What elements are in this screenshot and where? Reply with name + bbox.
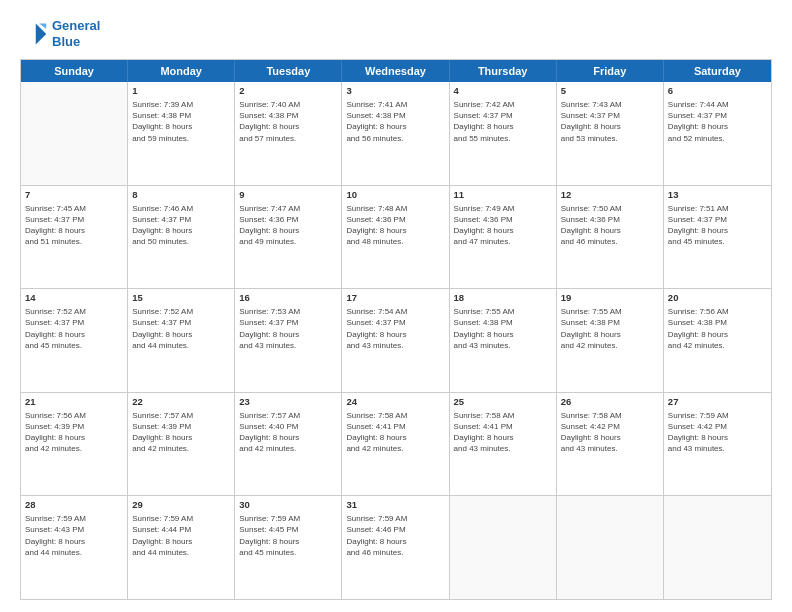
cell-info: Sunrise: 7:59 AMSunset: 4:42 PMDaylight:… [668, 410, 767, 455]
cell-info: Sunrise: 7:57 AMSunset: 4:40 PMDaylight:… [239, 410, 337, 455]
calendar-week: 28Sunrise: 7:59 AMSunset: 4:43 PMDayligh… [21, 496, 771, 599]
cell-info: Sunrise: 7:53 AMSunset: 4:37 PMDaylight:… [239, 306, 337, 351]
cell-info: Sunrise: 7:52 AMSunset: 4:37 PMDaylight:… [25, 306, 123, 351]
day-number: 19 [561, 292, 659, 305]
calendar-cell: 4Sunrise: 7:42 AMSunset: 4:37 PMDaylight… [450, 82, 557, 185]
calendar-cell [664, 496, 771, 599]
calendar-cell: 13Sunrise: 7:51 AMSunset: 4:37 PMDayligh… [664, 186, 771, 289]
day-number: 12 [561, 189, 659, 202]
calendar: SundayMondayTuesdayWednesdayThursdayFrid… [20, 59, 772, 600]
cell-info: Sunrise: 7:44 AMSunset: 4:37 PMDaylight:… [668, 99, 767, 144]
cell-info: Sunrise: 7:52 AMSunset: 4:37 PMDaylight:… [132, 306, 230, 351]
calendar-cell: 20Sunrise: 7:56 AMSunset: 4:38 PMDayligh… [664, 289, 771, 392]
cell-info: Sunrise: 7:57 AMSunset: 4:39 PMDaylight:… [132, 410, 230, 455]
day-number: 20 [668, 292, 767, 305]
calendar-cell: 18Sunrise: 7:55 AMSunset: 4:38 PMDayligh… [450, 289, 557, 392]
calendar-header-cell: Monday [128, 60, 235, 82]
calendar-cell: 21Sunrise: 7:56 AMSunset: 4:39 PMDayligh… [21, 393, 128, 496]
calendar-week: 1Sunrise: 7:39 AMSunset: 4:38 PMDaylight… [21, 82, 771, 186]
cell-info: Sunrise: 7:59 AMSunset: 4:45 PMDaylight:… [239, 513, 337, 558]
cell-info: Sunrise: 7:43 AMSunset: 4:37 PMDaylight:… [561, 99, 659, 144]
day-number: 18 [454, 292, 552, 305]
day-number: 7 [25, 189, 123, 202]
calendar-cell [557, 496, 664, 599]
cell-info: Sunrise: 7:50 AMSunset: 4:36 PMDaylight:… [561, 203, 659, 248]
logo-icon [20, 20, 48, 48]
calendar-header-cell: Saturday [664, 60, 771, 82]
calendar-cell [450, 496, 557, 599]
calendar-cell: 22Sunrise: 7:57 AMSunset: 4:39 PMDayligh… [128, 393, 235, 496]
day-number: 23 [239, 396, 337, 409]
day-number: 17 [346, 292, 444, 305]
calendar-cell: 12Sunrise: 7:50 AMSunset: 4:36 PMDayligh… [557, 186, 664, 289]
calendar-cell: 26Sunrise: 7:58 AMSunset: 4:42 PMDayligh… [557, 393, 664, 496]
day-number: 26 [561, 396, 659, 409]
day-number: 2 [239, 85, 337, 98]
calendar-cell: 3Sunrise: 7:41 AMSunset: 4:38 PMDaylight… [342, 82, 449, 185]
cell-info: Sunrise: 7:45 AMSunset: 4:37 PMDaylight:… [25, 203, 123, 248]
calendar-cell: 17Sunrise: 7:54 AMSunset: 4:37 PMDayligh… [342, 289, 449, 392]
calendar-cell: 23Sunrise: 7:57 AMSunset: 4:40 PMDayligh… [235, 393, 342, 496]
calendar-cell: 25Sunrise: 7:58 AMSunset: 4:41 PMDayligh… [450, 393, 557, 496]
cell-info: Sunrise: 7:59 AMSunset: 4:46 PMDaylight:… [346, 513, 444, 558]
calendar-cell: 29Sunrise: 7:59 AMSunset: 4:44 PMDayligh… [128, 496, 235, 599]
calendar-body: 1Sunrise: 7:39 AMSunset: 4:38 PMDaylight… [21, 82, 771, 599]
cell-info: Sunrise: 7:51 AMSunset: 4:37 PMDaylight:… [668, 203, 767, 248]
cell-info: Sunrise: 7:56 AMSunset: 4:38 PMDaylight:… [668, 306, 767, 351]
cell-info: Sunrise: 7:58 AMSunset: 4:41 PMDaylight:… [346, 410, 444, 455]
calendar-cell: 24Sunrise: 7:58 AMSunset: 4:41 PMDayligh… [342, 393, 449, 496]
calendar-header-cell: Thursday [450, 60, 557, 82]
cell-info: Sunrise: 7:42 AMSunset: 4:37 PMDaylight:… [454, 99, 552, 144]
day-number: 15 [132, 292, 230, 305]
day-number: 14 [25, 292, 123, 305]
calendar-cell: 2Sunrise: 7:40 AMSunset: 4:38 PMDaylight… [235, 82, 342, 185]
day-number: 21 [25, 396, 123, 409]
day-number: 25 [454, 396, 552, 409]
calendar-cell: 7Sunrise: 7:45 AMSunset: 4:37 PMDaylight… [21, 186, 128, 289]
day-number: 16 [239, 292, 337, 305]
calendar-week: 21Sunrise: 7:56 AMSunset: 4:39 PMDayligh… [21, 393, 771, 497]
day-number: 24 [346, 396, 444, 409]
calendar-cell: 27Sunrise: 7:59 AMSunset: 4:42 PMDayligh… [664, 393, 771, 496]
cell-info: Sunrise: 7:41 AMSunset: 4:38 PMDaylight:… [346, 99, 444, 144]
cell-info: Sunrise: 7:56 AMSunset: 4:39 PMDaylight:… [25, 410, 123, 455]
header: General Blue [20, 18, 772, 49]
calendar-cell: 5Sunrise: 7:43 AMSunset: 4:37 PMDaylight… [557, 82, 664, 185]
cell-info: Sunrise: 7:39 AMSunset: 4:38 PMDaylight:… [132, 99, 230, 144]
calendar-week: 7Sunrise: 7:45 AMSunset: 4:37 PMDaylight… [21, 186, 771, 290]
logo-blue: Blue [52, 34, 80, 49]
calendar-cell: 19Sunrise: 7:55 AMSunset: 4:38 PMDayligh… [557, 289, 664, 392]
cell-info: Sunrise: 7:55 AMSunset: 4:38 PMDaylight:… [561, 306, 659, 351]
day-number: 30 [239, 499, 337, 512]
cell-info: Sunrise: 7:59 AMSunset: 4:44 PMDaylight:… [132, 513, 230, 558]
day-number: 27 [668, 396, 767, 409]
cell-info: Sunrise: 7:46 AMSunset: 4:37 PMDaylight:… [132, 203, 230, 248]
cell-info: Sunrise: 7:40 AMSunset: 4:38 PMDaylight:… [239, 99, 337, 144]
calendar-header-cell: Friday [557, 60, 664, 82]
calendar-header: SundayMondayTuesdayWednesdayThursdayFrid… [21, 60, 771, 82]
logo: General Blue [20, 18, 100, 49]
day-number: 6 [668, 85, 767, 98]
day-number: 11 [454, 189, 552, 202]
calendar-header-cell: Wednesday [342, 60, 449, 82]
day-number: 13 [668, 189, 767, 202]
day-number: 8 [132, 189, 230, 202]
day-number: 5 [561, 85, 659, 98]
day-number: 9 [239, 189, 337, 202]
day-number: 28 [25, 499, 123, 512]
day-number: 10 [346, 189, 444, 202]
calendar-cell: 9Sunrise: 7:47 AMSunset: 4:36 PMDaylight… [235, 186, 342, 289]
logo-text: General Blue [52, 18, 100, 49]
cell-info: Sunrise: 7:58 AMSunset: 4:41 PMDaylight:… [454, 410, 552, 455]
page: General Blue SundayMondayTuesdayWednesda… [0, 0, 792, 612]
calendar-header-cell: Tuesday [235, 60, 342, 82]
day-number: 22 [132, 396, 230, 409]
day-number: 31 [346, 499, 444, 512]
day-number: 3 [346, 85, 444, 98]
calendar-cell: 28Sunrise: 7:59 AMSunset: 4:43 PMDayligh… [21, 496, 128, 599]
calendar-cell [21, 82, 128, 185]
calendar-cell: 11Sunrise: 7:49 AMSunset: 4:36 PMDayligh… [450, 186, 557, 289]
cell-info: Sunrise: 7:58 AMSunset: 4:42 PMDaylight:… [561, 410, 659, 455]
cell-info: Sunrise: 7:48 AMSunset: 4:36 PMDaylight:… [346, 203, 444, 248]
calendar-cell: 6Sunrise: 7:44 AMSunset: 4:37 PMDaylight… [664, 82, 771, 185]
